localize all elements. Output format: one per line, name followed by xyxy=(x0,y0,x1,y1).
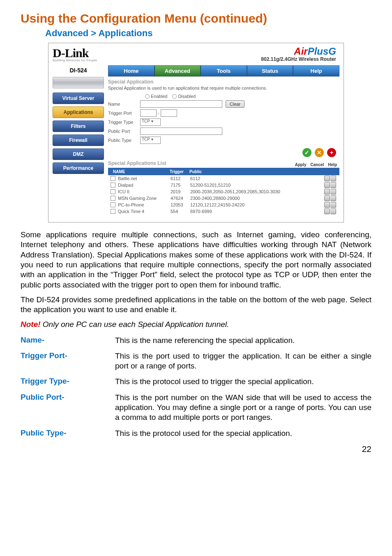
clear-button[interactable]: Clear xyxy=(226,100,244,108)
section-desc: Special Application is used to run appli… xyxy=(108,86,339,90)
list-item: Quick Time 45546970-6999 xyxy=(108,208,339,215)
note-line: Note! Only one PC can use each Special A… xyxy=(21,320,371,329)
list-header: NAME Trigger Public xyxy=(108,168,339,175)
edit-icon[interactable] xyxy=(324,195,330,201)
edit-icon[interactable] xyxy=(324,189,330,195)
list-item-checkbox[interactable] xyxy=(111,202,115,207)
list-body: Battle.net61126112Dialpad717551200-51201… xyxy=(108,175,339,215)
edit-icon[interactable] xyxy=(324,176,330,181)
definition-body: This is the protocol used for the specia… xyxy=(115,429,371,438)
list-item: Battle.net61126112 xyxy=(108,175,339,182)
list-item-checkbox[interactable] xyxy=(111,196,115,201)
product-logo: AirPlusG 802.11g/2.4GHz Wireless Router xyxy=(261,46,336,62)
list-item-trigger: 6112 xyxy=(171,176,190,181)
sidebar-item[interactable]: Applications xyxy=(53,107,104,118)
delete-icon[interactable] xyxy=(330,195,336,201)
definition-term: Trigger Port- xyxy=(21,351,115,371)
list-item-checkbox[interactable] xyxy=(111,176,115,181)
delete-icon[interactable] xyxy=(330,208,336,214)
public-type-label: Public Type xyxy=(108,138,140,143)
name-input[interactable] xyxy=(140,100,222,108)
brand-tagline: Building Networks for People xyxy=(53,58,97,62)
enabled-radio[interactable]: Enabled xyxy=(145,94,167,99)
list-item-trigger: 554 xyxy=(171,209,190,214)
list-item-public: 2000-2038,2050-2051,2069,2085,3010-3030 xyxy=(190,189,324,194)
list-item-name: Dialpad xyxy=(118,183,171,188)
delete-icon[interactable] xyxy=(330,202,336,208)
page-number: 22 xyxy=(21,444,371,454)
list-item-public: 6970-6999 xyxy=(190,209,324,214)
list-item-public: 12120,12122,24150-24220 xyxy=(190,202,324,207)
disabled-radio[interactable]: Disabled xyxy=(172,94,196,99)
list-item-name: PC-to-Phone xyxy=(118,202,171,207)
definition-term: Trigger Type- xyxy=(21,377,115,387)
edit-icon[interactable] xyxy=(324,202,330,208)
tab[interactable]: Advanced xyxy=(154,65,201,76)
sidebar-item[interactable]: DMZ xyxy=(53,148,104,160)
delete-icon[interactable] xyxy=(330,176,336,181)
brand-name: D-Link xyxy=(53,46,97,60)
product-logo-air: Air xyxy=(294,46,307,57)
definition-body: This is the name referencing the special… xyxy=(115,336,371,345)
list-item: MSN Gaming Zone476242300-2400,28800-2900… xyxy=(108,195,339,202)
list-item-name: Quick Time 4 xyxy=(118,209,171,214)
sidebar: DI-524 Virtual ServerApplicationsFilters… xyxy=(48,63,108,222)
definition-row: Trigger Port-This is the port used to tr… xyxy=(21,351,371,371)
trigger-port-dash: - xyxy=(157,111,161,116)
apply-label: Apply xyxy=(295,162,307,167)
list-item-name: Battle.net xyxy=(118,176,171,181)
trigger-type-select[interactable]: TCP ▾ xyxy=(140,118,161,126)
edit-icon[interactable] xyxy=(324,182,330,188)
public-port-input[interactable] xyxy=(140,127,222,135)
disabled-radio-label: Disabled xyxy=(178,94,196,99)
list-item-checkbox[interactable] xyxy=(111,209,115,214)
public-type-select[interactable]: TCP ▾ xyxy=(140,137,161,144)
list-title: Special Applications List xyxy=(108,160,295,166)
sidebar-item[interactable]: Firewall xyxy=(53,134,104,146)
definition-body: This is the port used to trigger the app… xyxy=(115,351,371,371)
list-item: PC-to-Phone1205312120,12122,24150-24220 xyxy=(108,202,339,208)
tab[interactable]: Tools xyxy=(201,65,247,76)
help-icon[interactable]: + xyxy=(327,148,336,157)
name-label: Name xyxy=(108,102,140,107)
list-item-trigger: 7175 xyxy=(171,183,190,188)
definition-term: Name- xyxy=(21,336,115,345)
tab[interactable]: Status xyxy=(247,65,293,76)
sidebar-item[interactable]: Performance xyxy=(53,162,104,174)
edit-icon[interactable] xyxy=(324,208,330,214)
sidebar-item[interactable]: Virtual Server xyxy=(53,93,104,104)
device-image xyxy=(53,77,104,88)
tab[interactable]: Home xyxy=(108,65,154,76)
cancel-icon[interactable]: ✕ xyxy=(315,148,324,157)
trigger-port-from-input[interactable] xyxy=(140,109,157,117)
tab[interactable]: Help xyxy=(293,65,339,76)
list-item: Dialpad717551200-51201,51210 xyxy=(108,182,339,188)
definition-body: This is the protocol used to trigger the… xyxy=(115,377,371,387)
apply-icon[interactable]: ✓ xyxy=(302,148,311,157)
sidebar-item[interactable]: Filters xyxy=(53,120,104,132)
sidebar-items: Virtual ServerApplicationsFiltersFirewal… xyxy=(53,93,104,174)
list-item-trigger: 2019 xyxy=(171,189,190,194)
delete-icon[interactable] xyxy=(330,182,336,188)
enabled-radio-label: Enabled xyxy=(151,94,167,99)
tab-row: HomeAdvancedToolsStatusHelp xyxy=(108,65,339,76)
delete-icon[interactable] xyxy=(330,189,336,195)
definition-row: Public Port-This is the port number on t… xyxy=(21,393,371,423)
list-col-name: NAME xyxy=(108,169,170,174)
definition-row: Name-This is the name referencing the sp… xyxy=(21,336,371,345)
breadcrumb: Advanced > Applications xyxy=(45,28,371,39)
public-port-label: Public Port xyxy=(108,129,140,134)
note-label: Note! xyxy=(21,320,41,329)
list-item-public: 51200-51201,51210 xyxy=(190,183,324,188)
list-item-checkbox[interactable] xyxy=(111,189,115,194)
list-item-checkbox[interactable] xyxy=(111,183,115,188)
product-logo-plus: Plus xyxy=(308,46,329,57)
list-item-name: ICU II xyxy=(118,189,171,194)
trigger-port-label: Trigger Port xyxy=(108,111,140,116)
trigger-type-label: Trigger Type xyxy=(108,120,140,125)
trigger-port-to-input[interactable] xyxy=(161,109,177,117)
list-item-public: 2300-2400,28800-29000 xyxy=(190,196,324,201)
definition-term: Public Port- xyxy=(21,393,115,423)
list-item-trigger: 12053 xyxy=(171,202,190,207)
product-logo-g: G xyxy=(328,46,336,57)
